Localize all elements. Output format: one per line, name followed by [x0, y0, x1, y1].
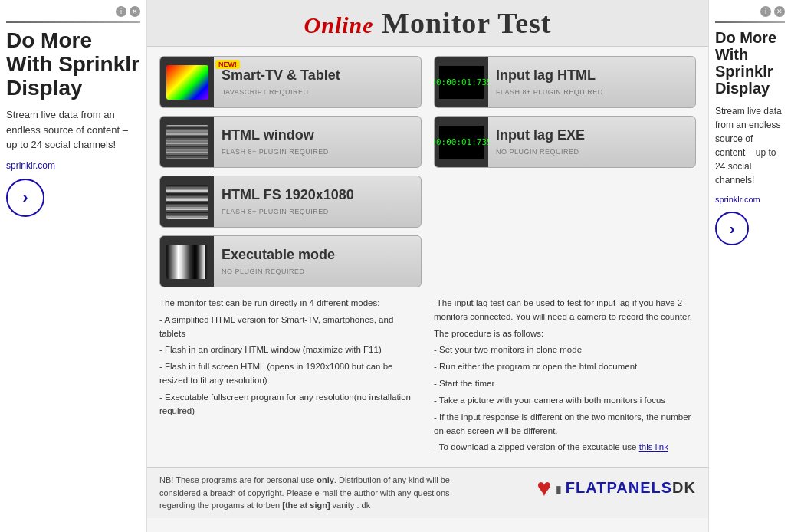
exe-mode-button[interactable]: Executable mode NO PLUGIN REQUIRED — [159, 235, 422, 287]
exe-mode-thumb — [160, 235, 214, 287]
html-fs-text-area: HTML FS 1920x1080 FLASH 8+ PLUGIN REQUIR… — [214, 182, 421, 222]
monitor-test-title: Monitor Test — [382, 7, 551, 39]
exe-mode-text-area: Executable mode NO PLUGIN REQUIRED — [214, 242, 421, 281]
footer-notice: NB! These programs are for personal use … — [159, 474, 454, 512]
ad-right-button[interactable]: › — [715, 212, 749, 245]
ad-close-icon-right[interactable]: ✕ — [774, 6, 785, 17]
ad-left: i ✕ Do More With Sprinklr Display Stream… — [0, 0, 147, 532]
page-header: Online Monitor Test — [147, 0, 708, 47]
input-lag-html-label: Input lag HTML — [496, 67, 688, 84]
smart-tv-button[interactable]: NEW! Smart-TV & Tablet JAVASCRIPT REQUIR… — [159, 56, 422, 108]
ad-close-icon[interactable]: ✕ — [130, 6, 140, 17]
online-prefix: Online — [304, 12, 374, 38]
buttons-col-right: 00:00:01:735 Input lag HTML FLASH 8+ PLU… — [434, 56, 696, 287]
input-lag-html-thumb: 00:00:01:735 — [435, 56, 488, 108]
input-lag-exe-label: Input lag EXE — [496, 127, 688, 143]
buttons-area: NEW! Smart-TV & Tablet JAVASCRIPT REQUIR… — [147, 47, 708, 297]
input-lag-exe-sublabel: NO PLUGIN REQUIRED — [496, 148, 579, 156]
flatpanels-logo: ♥ ▮ FLATPANELSDK — [537, 474, 696, 502]
desc-right-item-3: - Take a picture with your camera with b… — [434, 394, 696, 408]
new-badge: NEW! — [215, 60, 240, 69]
html-fs-sublabel: FLASH 8+ PLUGIN REQUIRED — [222, 208, 329, 215]
smart-tv-label: Smart-TV & Tablet — [222, 67, 413, 84]
ad-divider-right — [715, 21, 785, 23]
heart-icon: ♥ — [537, 474, 551, 502]
exe-mode-sublabel: NO PLUGIN REQUIRED — [222, 268, 305, 275]
ad-info-icon-right[interactable]: i — [760, 6, 771, 17]
desc-right-link-prefix: - To download a zipped version of the ex… — [434, 442, 636, 452]
desc-right-procedure: The procedure is as follows: — [434, 327, 696, 341]
ad-divider-left — [6, 21, 140, 23]
html-window-thumb — [160, 116, 214, 168]
this-link[interactable]: this link — [639, 442, 668, 452]
ad-left-title: Do More With Sprinklr Display — [6, 29, 140, 100]
input-lag-html-text-area: Input lag HTML FLASH 8+ PLUGIN REQUIRED — [488, 63, 695, 102]
desc-left-intro: The monitor test can be run directly in … — [159, 297, 422, 310]
html-window-label: HTML window — [222, 127, 413, 143]
ad-info-icon[interactable]: i — [116, 6, 126, 17]
ad-left-body: Stream live data from an endless source … — [6, 107, 140, 153]
desc-left-item-3: - Executable fullscreen program for any … — [159, 391, 422, 419]
page-wrapper: i ✕ Do More With Sprinklr Display Stream… — [0, 0, 791, 532]
desc-right-item-2: - Start the timer — [434, 377, 696, 391]
html-window-button[interactable]: HTML window FLASH 8+ PLUGIN REQUIRED — [159, 116, 422, 168]
input-lag-exe-thumb: 00:00:01:735 — [435, 116, 488, 168]
ad-right-body: Stream live data from an endless source … — [715, 104, 785, 187]
desc-right-item-0: - Set your two monitors in clone mode — [434, 343, 696, 357]
footer-email: [the at sign] — [282, 501, 330, 510]
html-fs-button[interactable]: HTML FS 1920x1080 FLASH 8+ PLUGIN REQUIR… — [159, 176, 422, 228]
input-lag-exe-text-area: Input lag EXE NO PLUGIN REQUIRED — [488, 123, 695, 162]
rainbow-graphic — [166, 65, 208, 100]
ad-top-bar-right: i ✕ — [715, 6, 785, 17]
main-content: Online Monitor Test NEW! Smart-TV & Tabl… — [147, 0, 708, 532]
desc-right-intro: -The input lag test can be used to test … — [434, 297, 696, 324]
timer-exe-display: 00:00:01:735 — [438, 125, 484, 159]
input-lag-html-sublabel: FLASH 8+ PLUGIN REQUIRED — [496, 88, 603, 96]
smart-tv-text-area: Smart-TV & Tablet JAVASCRIPT REQUIRED — [214, 63, 421, 102]
input-lag-exe-button[interactable]: 00:00:01:735 Input lag EXE NO PLUGIN REQ… — [434, 116, 696, 168]
smart-tv-thumb — [160, 56, 214, 108]
html-window-text-area: HTML window FLASH 8+ PLUGIN REQUIRED — [214, 123, 421, 162]
html-fs-stripes-graphic — [166, 185, 208, 219]
flatpanels-label: ▮ FLATPANELSDK — [556, 479, 696, 497]
input-lag-html-button[interactable]: 00:00:01:735 Input lag HTML FLASH 8+ PLU… — [434, 56, 696, 108]
page-title: Online Monitor Test — [159, 6, 696, 40]
ad-right: i ✕ Do More With Sprinklr Display Stream… — [708, 0, 791, 532]
desc-left-item-0: - A simplified HTML version for Smart-TV… — [159, 314, 422, 341]
desc-right-item-5: - To download a zipped version of the ex… — [434, 441, 696, 455]
footer-domain: vanity . dk — [330, 501, 371, 510]
footer-area: NB! These programs are for personal use … — [147, 467, 708, 518]
ad-left-url[interactable]: sprinklr.com — [6, 160, 140, 171]
html-fs-thumb — [160, 176, 214, 228]
ad-right-url[interactable]: sprinklr.com — [715, 195, 785, 204]
desc-col-right: -The input lag test can be used to test … — [434, 297, 696, 458]
buttons-col-left: NEW! Smart-TV & Tablet JAVASCRIPT REQUIR… — [159, 56, 422, 287]
desc-left-item-2: - Flash in full screen HTML (opens in 19… — [159, 360, 422, 388]
description-area: The monitor test can be run directly in … — [147, 297, 708, 467]
desc-left-item-1: - Flash in an ordinary HTML window (maxi… — [159, 343, 422, 357]
desc-right-item-1: - Run either the program or open the htm… — [434, 360, 696, 374]
html-stripes-graphic — [166, 125, 208, 159]
exe-mode-label: Executable mode — [222, 247, 413, 263]
desc-right-item-4: - If the input response is different on … — [434, 411, 696, 438]
ad-top-bar: i ✕ — [6, 6, 140, 17]
ad-left-button[interactable]: › — [6, 179, 44, 217]
ad-right-title: Do More With Sprinklr Display — [715, 29, 785, 97]
footer-logo-area: ♥ ▮ FLATPANELSDK — [466, 474, 696, 502]
html-fs-label: HTML FS 1920x1080 — [222, 187, 413, 203]
html-window-sublabel: FLASH 8+ PLUGIN REQUIRED — [222, 148, 329, 156]
desc-col-left: The monitor test can be run directly in … — [159, 297, 422, 458]
exe-stripes-graphic — [166, 245, 208, 279]
smart-tv-sublabel: JAVASCRIPT REQUIRED — [222, 88, 309, 96]
footer-only-word: only — [317, 475, 334, 484]
timer-html-display: 00:00:01:735 — [438, 65, 484, 100]
footer-notice-prefix: NB! These programs are for personal use — [159, 475, 317, 484]
